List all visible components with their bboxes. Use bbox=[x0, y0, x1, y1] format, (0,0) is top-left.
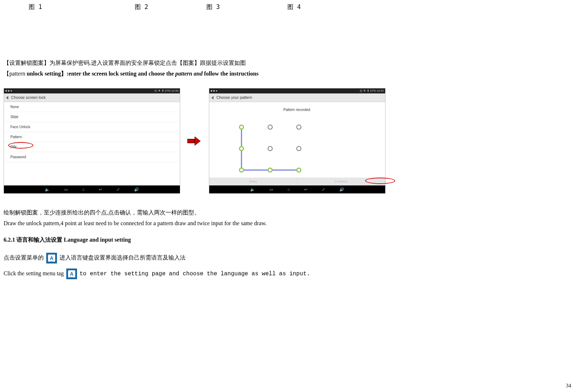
text-bold-1: unlock setting】:enter the screen lock se… bbox=[27, 71, 175, 77]
lock-option-slide[interactable]: Slide bbox=[4, 112, 180, 122]
nav-vol-down-icon[interactable]: 🔈 bbox=[250, 187, 255, 193]
text-pre: Click the setting menu tag bbox=[4, 270, 65, 276]
lock-option-list: None Slide Face Unlock Pattern PIN Passw… bbox=[4, 102, 180, 162]
status-left: ■ ■ ● bbox=[211, 89, 217, 93]
nav-recent-icon[interactable]: ▭ bbox=[64, 187, 68, 193]
lock-option-none[interactable]: None bbox=[4, 102, 180, 112]
nav-home-icon[interactable]: ⌂ bbox=[82, 187, 85, 193]
language-icon: A bbox=[46, 253, 57, 263]
nav-expand-icon[interactable]: ⤢ bbox=[322, 187, 325, 193]
nav-back-icon[interactable]: ↩ bbox=[304, 187, 307, 193]
paragraph-lang-zh: 点击设置菜单的 A 进入语言键盘设置界面选择自己所需语言及输入法 bbox=[4, 253, 575, 263]
back-icon[interactable] bbox=[6, 96, 8, 100]
status-left: ■ ■ ● bbox=[5, 89, 12, 93]
pattern-grid[interactable] bbox=[236, 124, 308, 174]
paragraph-draw-en: Draw the unlock pattern,4 point at least… bbox=[4, 219, 575, 228]
status-bar: ■ ■ ● ◎ ▼ ⬇ 27% 14:36 bbox=[209, 88, 385, 93]
pattern-area[interactable]: Pattern recorded. bbox=[209, 103, 385, 178]
text-italic: pattern and bbox=[175, 71, 204, 77]
status-right: ◎ ▼ ⬇ 27% 14:36 bbox=[360, 89, 384, 93]
lock-option-pattern[interactable]: Pattern bbox=[4, 132, 180, 142]
screen-title: Choose screen lock bbox=[11, 95, 46, 101]
language-icon-letter: A bbox=[68, 270, 75, 277]
nav-expand-icon[interactable]: ⤢ bbox=[116, 187, 120, 193]
paragraph-lock-en: 【pattern unlock setting】:enter the scree… bbox=[4, 69, 575, 78]
text-bold-2: follow the instructions bbox=[204, 71, 258, 77]
lock-option-face[interactable]: Face Unlock bbox=[4, 122, 180, 132]
status-bar: ■ ■ ● ◎ ▼ ⬇ 27% 14:34 bbox=[4, 88, 180, 93]
paragraph-lang-en: Click the setting menu tag A to enter th… bbox=[4, 268, 575, 279]
language-icon-letter: A bbox=[48, 255, 55, 262]
screen-title-bar: Choose screen lock bbox=[4, 93, 180, 102]
nav-bar: 🔈 ▭ ⌂ ↩ ⤢ 🔊 bbox=[4, 185, 180, 193]
pattern-button-bar: Retry Continue bbox=[209, 178, 385, 185]
figure-labels-row: 图 1 图 2 图 3 图 4 bbox=[4, 2, 575, 12]
nav-vol-up-icon[interactable]: 🔊 bbox=[339, 187, 344, 193]
screenshot-choose-pattern: ■ ■ ● ◎ ▼ ⬇ 27% 14:36 Choose your patter… bbox=[209, 88, 386, 194]
back-icon[interactable] bbox=[211, 96, 214, 100]
nav-home-icon[interactable]: ⌂ bbox=[287, 187, 290, 193]
text-prefix: 【pattern bbox=[4, 71, 27, 77]
fig-label-2: 图 2 bbox=[135, 2, 206, 12]
paragraph-lock-zh: 【设置解锁图案】为屏幕保护密码.进入设置界面的安全屏幕锁定点击【图案】跟据提示设… bbox=[4, 58, 575, 68]
text-post: to enter the setting page and choose the… bbox=[80, 271, 310, 277]
pattern-message: Pattern recorded. bbox=[209, 107, 385, 113]
arrow-wrap bbox=[180, 137, 209, 145]
text-post: 进入语言键盘设置界面选择自己所需语言及输入法 bbox=[59, 255, 186, 261]
language-icon: A bbox=[66, 268, 77, 279]
screenshot-choose-lock: ■ ■ ● ◎ ▼ ⬇ 27% 14:34 Choose screen lock… bbox=[4, 88, 180, 194]
screen-title-bar: Choose your pattern bbox=[209, 93, 385, 102]
text-pre: 点击设置菜单的 bbox=[4, 255, 44, 261]
screenshots-row: ■ ■ ● ◎ ▼ ⬇ 27% 14:34 Choose screen lock… bbox=[4, 88, 575, 194]
retry-button[interactable]: Retry bbox=[209, 178, 297, 185]
nav-bar: 🔈 ▭ ⌂ ↩ ⤢ 🔊 bbox=[209, 185, 385, 193]
section-title-6-2-1: 6.2.1 语言和输入法设置 Language and input settin… bbox=[4, 235, 575, 245]
nav-recent-icon[interactable]: ▭ bbox=[269, 187, 273, 193]
screen-title: Choose your pattern bbox=[216, 95, 252, 101]
nav-vol-down-icon[interactable]: 🔈 bbox=[45, 187, 50, 193]
fig-label-3: 图 3 bbox=[206, 2, 287, 12]
fig-label-4: 图 4 bbox=[287, 2, 301, 12]
paragraph-draw-zh: 绘制解锁图案，至少连接所给出的四个点,点击确认，需输入两次一样的图型。 bbox=[4, 208, 575, 217]
red-arrow-icon bbox=[187, 137, 202, 145]
status-right: ◎ ▼ ⬇ 27% 14:34 bbox=[154, 89, 178, 93]
nav-vol-up-icon[interactable]: 🔊 bbox=[134, 187, 139, 193]
fig-label-1: 图 1 bbox=[29, 2, 135, 12]
nav-back-icon[interactable]: ↩ bbox=[99, 187, 102, 193]
lock-option-password[interactable]: Password bbox=[4, 152, 180, 162]
